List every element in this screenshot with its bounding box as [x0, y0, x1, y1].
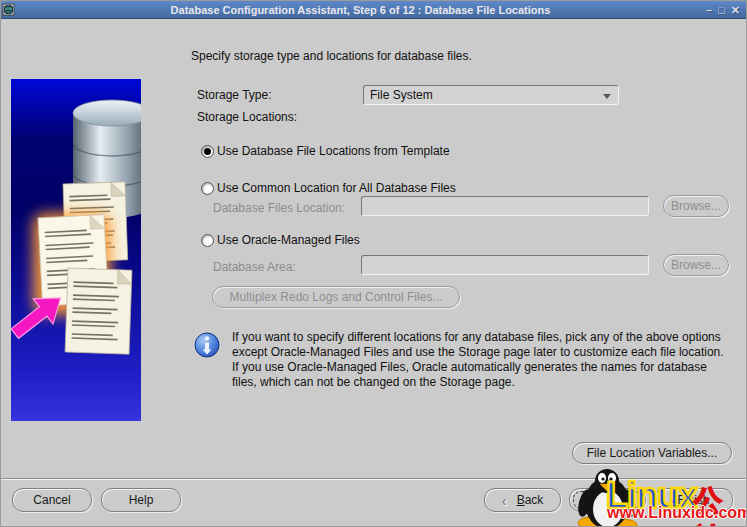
dbca-wizard-window: Database Configuration Assistant, Step 6…: [0, 0, 747, 527]
database-area-input[interactable]: [361, 255, 649, 275]
storage-type-label: Storage Type:: [197, 88, 272, 102]
database-area-label: Database Area:: [213, 260, 296, 274]
radio-oracle-managed-files[interactable]: [201, 234, 214, 247]
cancel-button[interactable]: Cancel: [12, 488, 92, 512]
next-button-label: Next: [588, 493, 613, 507]
file-location-variables-button[interactable]: File Location Variables...: [572, 442, 732, 464]
close-icon[interactable]: ✕: [731, 4, 740, 16]
radio-common-location[interactable]: [201, 182, 214, 195]
multiplex-redo-logs-button[interactable]: Multiplex Redo Logs and Control Files...: [212, 286, 460, 308]
chevron-down-icon: [603, 94, 611, 99]
chevron-left-icon: ‹: [502, 492, 507, 509]
maximize-icon[interactable]: □: [718, 4, 725, 16]
titlebar: Database Configuration Assistant, Step 6…: [1, 1, 746, 19]
finish-button[interactable]: Finish: [654, 488, 733, 512]
back-button-label: Back: [517, 493, 544, 507]
info-message: If you want to specify different locatio…: [232, 330, 728, 390]
database-files-location-input[interactable]: [361, 196, 649, 216]
minimize-icon[interactable]: –: [706, 4, 712, 16]
window-title: Database Configuration Assistant, Step 6…: [15, 4, 706, 16]
browse-database-area-button[interactable]: Browse...: [663, 254, 729, 276]
finish-button-label: Finish: [677, 493, 709, 507]
radio-common-location-label[interactable]: Use Common Location for All Database Fil…: [217, 181, 456, 195]
page-heading: Specify storage type and locations for d…: [191, 49, 472, 63]
radio-template-locations-label[interactable]: Use Database File Locations from Templat…: [217, 144, 450, 158]
browse-database-files-button[interactable]: Browse...: [663, 195, 729, 217]
info-icon: [194, 332, 220, 358]
footer-separator: [1, 478, 747, 480]
radio-template-locations[interactable]: [201, 145, 214, 158]
wizard-illustration: [11, 79, 141, 421]
storage-type-value: File System: [370, 88, 433, 102]
chevron-right-icon: ›: [622, 492, 627, 509]
back-button[interactable]: ‹ Back: [484, 488, 561, 512]
document-graphic: [65, 268, 132, 354]
next-button[interactable]: Next ›: [569, 488, 646, 512]
help-button[interactable]: Help: [101, 488, 181, 512]
database-icon: [2, 3, 15, 16]
radio-oracle-managed-files-label[interactable]: Use Oracle-Managed Files: [217, 233, 360, 247]
database-files-location-label: Database Files Location:: [213, 201, 345, 215]
storage-locations-label: Storage Locations:: [197, 110, 297, 124]
storage-type-dropdown[interactable]: File System: [363, 85, 619, 105]
